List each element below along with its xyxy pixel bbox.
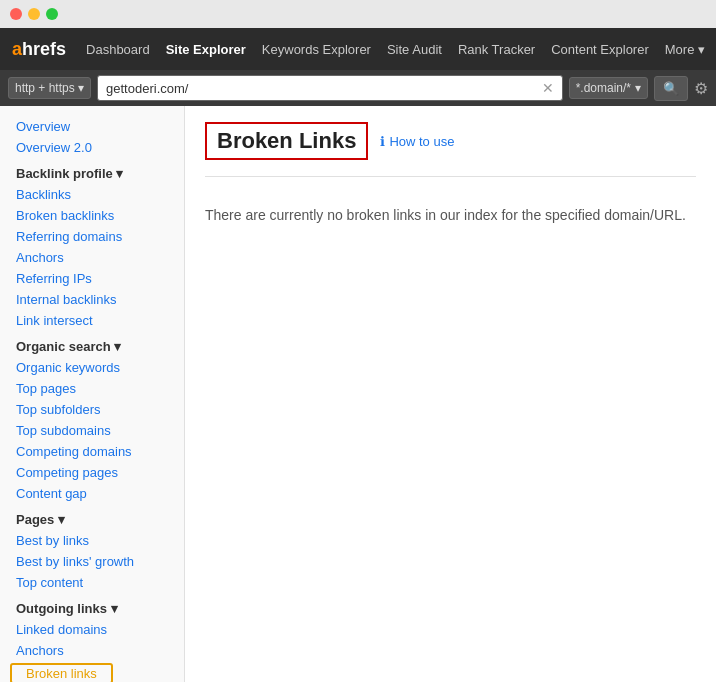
domain-selector[interactable]: *.domain/* ▾ xyxy=(569,77,648,99)
sidebar-item-best-by-links-growth[interactable]: Best by links' growth xyxy=(0,551,184,572)
traffic-light-yellow[interactable] xyxy=(28,8,40,20)
nav-dashboard[interactable]: Dashboard xyxy=(86,42,150,57)
url-bar: http + https ▾ gettoderi.com/ ✕ *.domain… xyxy=(0,70,716,106)
content-area: Broken Links ℹ How to use There are curr… xyxy=(185,106,716,682)
sidebar-item-top-subfolders[interactable]: Top subfolders xyxy=(0,399,184,420)
domain-dropdown-icon: ▾ xyxy=(635,81,641,95)
sidebar-section-organic-search: Organic search ▾ xyxy=(0,331,184,357)
sidebar-item-content-gap[interactable]: Content gap xyxy=(0,483,184,504)
empty-message: There are currently no broken links in o… xyxy=(205,197,696,233)
sidebar-item-overview[interactable]: Overview xyxy=(0,116,184,137)
sidebar-section-outgoing-links: Outgoing links ▾ xyxy=(0,593,184,619)
search-icon: 🔍 xyxy=(663,81,679,96)
sidebar-item-broken-backlinks[interactable]: Broken backlinks xyxy=(0,205,184,226)
logo: ahrefs xyxy=(12,39,66,60)
title-bar xyxy=(0,0,716,28)
sidebar-item-top-pages[interactable]: Top pages xyxy=(0,378,184,399)
sidebar-item-overview-2[interactable]: Overview 2.0 xyxy=(0,137,184,158)
traffic-light-red[interactable] xyxy=(10,8,22,20)
sidebar-item-link-intersect[interactable]: Link intersect xyxy=(0,310,184,331)
protocol-selector[interactable]: http + https ▾ xyxy=(8,77,91,99)
how-to-use-link[interactable]: ℹ How to use xyxy=(380,134,454,149)
sidebar-item-organic-keywords[interactable]: Organic keywords xyxy=(0,357,184,378)
page-title: Broken Links xyxy=(205,122,368,160)
nav-keywords-explorer[interactable]: Keywords Explorer xyxy=(262,42,371,57)
sidebar-item-competing-domains[interactable]: Competing domains xyxy=(0,441,184,462)
sidebar-item-best-by-links[interactable]: Best by links xyxy=(0,530,184,551)
sidebar-item-internal-backlinks[interactable]: Internal backlinks xyxy=(0,289,184,310)
main-layout: Overview Overview 2.0 Backlink profile ▾… xyxy=(0,106,716,682)
sidebar-item-referring-ips[interactable]: Referring IPs xyxy=(0,268,184,289)
how-to-use-label: How to use xyxy=(389,134,454,149)
sidebar-item-top-subdomains[interactable]: Top subdomains xyxy=(0,420,184,441)
protocol-label: http + https ▾ xyxy=(15,81,84,95)
url-clear-button[interactable]: ✕ xyxy=(542,80,554,96)
nav-site-explorer[interactable]: Site Explorer xyxy=(166,42,246,57)
sidebar-item-anchors[interactable]: Anchors xyxy=(0,247,184,268)
url-value[interactable]: gettoderi.com/ xyxy=(106,81,188,96)
sidebar-item-broken-links[interactable]: Broken links xyxy=(10,663,113,682)
sidebar-item-anchors-outgoing[interactable]: Anchors xyxy=(0,640,184,661)
traffic-light-green[interactable] xyxy=(46,8,58,20)
nav-more[interactable]: More ▾ xyxy=(665,42,705,57)
sidebar-section-backlink-profile: Backlink profile ▾ xyxy=(0,158,184,184)
sidebar-item-linked-domains[interactable]: Linked domains xyxy=(0,619,184,640)
settings-icon[interactable]: ⚙ xyxy=(694,79,708,98)
sidebar-item-referring-domains[interactable]: Referring domains xyxy=(0,226,184,247)
domain-value: *.domain/* xyxy=(576,81,631,95)
nav-site-audit[interactable]: Site Audit xyxy=(387,42,442,57)
url-input-container: gettoderi.com/ ✕ xyxy=(97,75,563,101)
sidebar-item-competing-pages[interactable]: Competing pages xyxy=(0,462,184,483)
sidebar: Overview Overview 2.0 Backlink profile ▾… xyxy=(0,106,185,682)
divider xyxy=(205,176,696,177)
nav-rank-tracker[interactable]: Rank Tracker xyxy=(458,42,535,57)
page-title-row: Broken Links ℹ How to use xyxy=(205,122,696,160)
sidebar-section-pages: Pages ▾ xyxy=(0,504,184,530)
nav-bar: ahrefs Dashboard Site Explorer Keywords … xyxy=(0,28,716,70)
info-icon: ℹ xyxy=(380,134,385,149)
nav-content-explorer[interactable]: Content Explorer xyxy=(551,42,649,57)
sidebar-item-top-content[interactable]: Top content xyxy=(0,572,184,593)
search-button[interactable]: 🔍 xyxy=(654,76,688,101)
sidebar-item-backlinks[interactable]: Backlinks xyxy=(0,184,184,205)
